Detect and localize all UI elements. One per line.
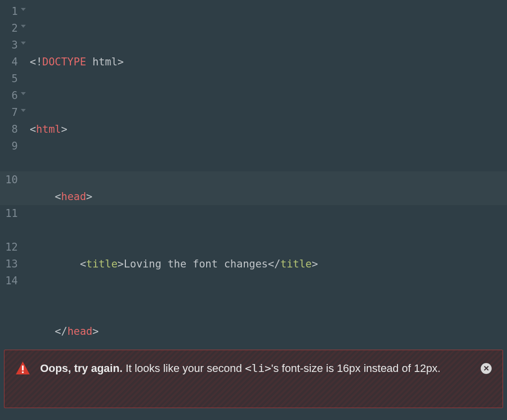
- line-number: 11: [0, 205, 27, 239]
- code-line[interactable]: <html>: [30, 121, 505, 138]
- close-button[interactable]: ✕: [481, 363, 492, 374]
- line-number: 8: [0, 121, 27, 138]
- fold-arrow-icon[interactable]: [21, 8, 26, 11]
- line-number: 1: [0, 3, 27, 20]
- line-number: 6: [0, 87, 27, 104]
- line-number: 9: [0, 138, 27, 171]
- error-title: Oops, try again.: [40, 362, 122, 374]
- line-number: 3: [0, 37, 27, 53]
- code-line[interactable]: <head>: [30, 188, 505, 205]
- error-banner: Oops, try again. It looks like your seco…: [4, 350, 503, 408]
- error-code-token: <li>: [245, 362, 271, 374]
- fold-arrow-icon[interactable]: [21, 92, 26, 95]
- code-editor[interactable]: 1 2 3 4 5 6 7 8 9 10 11 12 13 14 <!DOCTY…: [0, 0, 507, 420]
- line-number: 10: [0, 171, 27, 205]
- fold-arrow-icon[interactable]: [21, 109, 26, 112]
- line-number: 13: [0, 256, 27, 272]
- svg-rect-0: [22, 366, 23, 370]
- svg-rect-1: [22, 371, 23, 373]
- error-message: Oops, try again. It looks like your seco…: [40, 360, 481, 377]
- line-number: 12: [0, 239, 27, 256]
- error-text-after: 's font-size is 16px instead of 12px.: [271, 362, 441, 374]
- line-number: 4: [0, 53, 27, 70]
- line-number: 2: [0, 20, 27, 37]
- code-line[interactable]: </head>: [30, 323, 505, 340]
- code-line[interactable]: <!DOCTYPE html>: [30, 53, 505, 70]
- fold-arrow-icon[interactable]: [21, 42, 26, 45]
- line-number: 14: [0, 272, 27, 289]
- code-line[interactable]: <title>Loving the font changes</title>: [30, 256, 505, 272]
- fold-arrow-icon[interactable]: [21, 25, 26, 28]
- line-number: 7: [0, 104, 27, 121]
- warning-icon: [15, 361, 30, 377]
- line-number: 5: [0, 70, 27, 87]
- error-text-before: It looks like your second: [122, 362, 245, 374]
